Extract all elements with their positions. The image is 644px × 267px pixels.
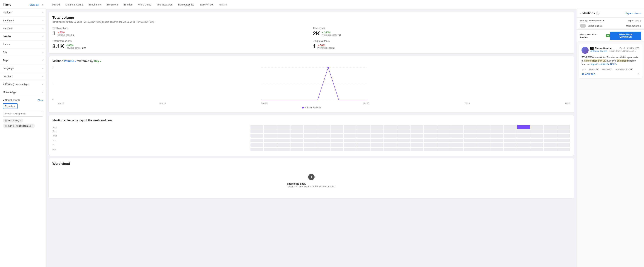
mention-location: · Dublin, Dublin, Republic of... [608,50,636,52]
summarize-mentions-button[interactable]: SUMMARIZE MENTIONS [610,32,641,40]
iris-insights-row: Iris conversation insights AI SUMMARIZE … [577,29,644,42]
metric-chevron-icon: ▾ [75,60,76,62]
nav-hidden[interactable]: Hidden [216,2,229,7]
filter-item-x-account-type[interactable]: X (Twitter) account type › [0,80,46,88]
tag-icon: 🏷 [582,73,584,75]
mention-body: RT @PMOsborneWriter Preorders available … [582,55,640,66]
nav-topic-wheel[interactable]: Topic Wheel [198,2,216,7]
x-label-nov16: Nov 16 [160,102,166,104]
stat-authors-label: Unique authors [313,40,570,42]
stat-authors-value: 1 [313,43,316,50]
nav-top-measures[interactable]: Top Measures [154,2,175,7]
stat-authors-prev: Previous period: 2 [318,47,334,49]
filter-location-label: Location [3,75,12,78]
filter-item-mention-type[interactable]: Mention type › [0,88,46,96]
stat-authors-pct: ↘ 50% [318,44,334,47]
arrow-down-icon: ↘ [57,31,59,34]
avatar-rhona [582,47,588,54]
more-actions-dropdown[interactable]: More actions ▾ [626,24,641,27]
arrow-up-icon: ↗ [322,31,324,34]
heatmap-row-thu: Thu [53,138,570,143]
expand-icon: » [580,12,581,15]
filter-item-author[interactable]: Author › [0,40,46,48]
expand-view-button[interactable]: Expand view » [626,12,641,15]
filter-item-platform[interactable]: Platform › [0,9,46,17]
highlight-purchased: purchased [617,59,628,62]
metric-dropdown[interactable]: Volume ▾ [64,60,76,63]
nav-pinned[interactable]: Pinned [50,2,62,7]
export-data-button[interactable]: Export data ↓ [628,19,641,22]
filter-item-language[interactable]: Language › [0,64,46,72]
mention-link[interactable]: https://t.co/hWvGmN0L2s [590,63,617,65]
export-icon: ↓ [640,19,641,22]
line-chart-title: Mention Volume ▾ over time by Day ▾ [52,60,570,63]
social-panels-clear-button[interactable]: Clear [38,99,43,101]
tag-chip-gen-y-remove[interactable]: × [32,125,33,127]
chart-legend: Cancer research [52,106,570,109]
main-content: Pinned Mentions Count Benchmark Sentimen… [46,0,644,267]
select-multiple-toggle[interactable]: Select multiple [580,24,602,27]
nav-mentions-count[interactable]: Mentions Count [63,2,85,7]
filter-item-emotion[interactable]: Emotion › [0,24,46,32]
stat-impressions-prev: Previous period: 1.9K [66,47,86,49]
social-panels-header[interactable]: ▾ Social panels Clear [3,96,43,103]
mention-meta: 𝕏 Rhona Greene Dec 2, 9:10 PM UTC @Rhona… [590,47,640,52]
heatmap-title: Mention volume by day of the week and ho… [52,119,570,122]
mention-handle[interactable]: @Rhona_Greene [590,50,607,52]
add-tag-button[interactable]: 🏷 ADD TAG [582,73,595,75]
nav-demographics[interactable]: Demographics [176,2,196,7]
filter-item-gender[interactable]: Gender › [0,32,46,40]
right-panel-title: Mentions [582,12,595,15]
nav-benchmark[interactable]: Benchmark [86,2,104,7]
filter-item-site[interactable]: Site › [0,48,46,56]
nav-word-cloud[interactable]: Word Cloud [136,2,154,7]
nav-sentiment[interactable]: Sentiment [104,2,120,7]
authors-arrow-down-icon: ↘ [318,44,320,47]
word-cloud-empty: i There's no data. Check the filters sec… [52,167,570,195]
sidebar-title: Filters [3,3,11,6]
exclude-label: Exclude [5,105,13,107]
stat-reach-prev: Previous period: 762 [322,34,341,36]
external-link-icon[interactable]: ↗ [637,72,640,76]
line-chart-card: Mention Volume ▾ over time by Day ▾ 2 [49,56,574,112]
site-chevron-icon: › [42,51,43,54]
filter-item-location[interactable]: Location › [0,72,46,80]
info-circle-icon: i [308,174,314,180]
mention-stats: ☺ ▾ Reach 2K Reposts 0 Impressions [582,68,640,71]
mention-header: 𝕏 Rhona Greene Dec 2, 9:10 PM UTC @Rhona… [582,47,640,54]
more-actions-chevron-icon: ▾ [640,24,641,27]
period-chevron-icon: ▾ [100,60,101,62]
tags-chevron-icon: › [42,59,43,61]
benchmarked-text: Benchmarked for Nov 10, 2024 - Dec 9, 20… [52,21,570,23]
search-social-input[interactable] [3,111,43,117]
mention-type-chevron-icon: › [42,91,43,93]
stat-mentions-pct: ↘ 50% [57,31,74,34]
help-icon[interactable]: ? [596,12,600,15]
word-cloud-card: Word cloud i There's no data. Check the … [49,158,574,198]
filter-tags-label: Tags [3,59,8,62]
period-dropdown[interactable]: Day ▾ [94,60,101,63]
clear-all-button[interactable]: Clear all [30,3,38,6]
stat-reach-value: 2K [313,30,320,37]
filter-item-sentiment[interactable]: Sentiment › [0,17,46,24]
mention-card-rhona: 𝕏 Rhona Greene Dec 2, 9:10 PM UTC @Rhona… [579,44,642,78]
exclude-chevron-icon: ▾ [14,105,16,107]
select-multiple-toggle-switch[interactable] [580,24,586,27]
stat-impressions-pct: ↗ 63% [66,44,86,47]
top-navigation: Pinned Mentions Count Benchmark Sentimen… [46,0,644,9]
filter-platform-label: Platform [3,11,12,14]
nav-emotion[interactable]: Emotion [121,2,135,7]
gender-chevron-icon: › [42,35,43,38]
gen-z-icon: ⊙ [4,119,7,122]
stat-unique-authors: Unique authors 1 ↘ 50% Previous period: [313,40,570,50]
filter-item-tags[interactable]: Tags › [0,56,46,64]
collapse-sidebar-button[interactable]: « [42,3,43,6]
tag-chip-gen-z-remove[interactable]: × [20,119,22,122]
sort-by-dropdown[interactable]: Sort By: Newest First ▾ [580,19,604,22]
platform-x-icon: 𝕏 [590,47,594,50]
heatmap-row-wed: Wed [53,134,570,138]
heatmap-label-wed: Wed [53,134,250,138]
total-volume-card: Total volume Benchmarked for Nov 10, 202… [49,12,574,53]
exclude-dropdown[interactable]: Exclude ▾ [3,103,18,109]
platform-chevron-icon: › [42,11,43,14]
